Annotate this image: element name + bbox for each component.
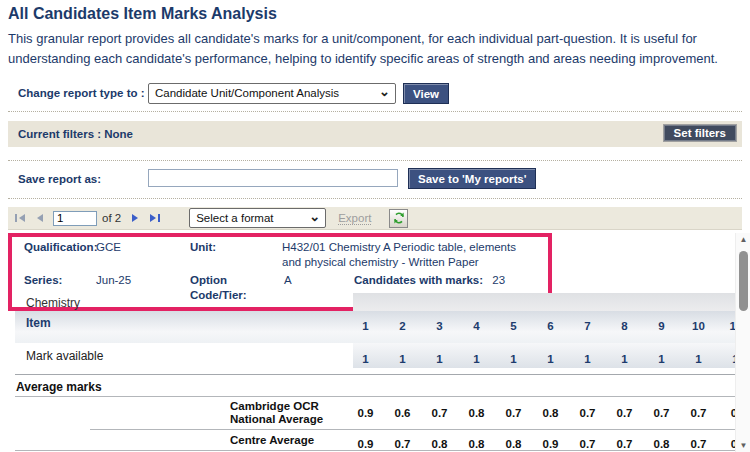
report-type-selected-value: Candidate Unit/Component Analysis: [155, 87, 339, 99]
page-title: All Candidates Item Marks Analysis: [8, 5, 277, 23]
report-info-row: Qualification: GCE Unit: H432/01 Chemist…: [24, 240, 548, 270]
centre-average-cell: 0.8: [458, 438, 495, 450]
scroll-up-icon[interactable]: ▲: [736, 235, 750, 244]
table-divider: [15, 396, 735, 397]
mark-available-cells: 11111111111: [347, 349, 735, 367]
export-format-value: Select a format: [196, 212, 273, 224]
centre-average-cell: 0.9: [532, 438, 569, 450]
report-page: All Candidates Item Marks Analysis This …: [0, 0, 750, 452]
page-number-input[interactable]: [53, 211, 97, 226]
mark-available-cell: 1: [569, 353, 606, 365]
item-number-cell: 4: [458, 320, 495, 332]
item-number-cells: 1234567891011: [347, 316, 735, 334]
item-number-cell: 8: [606, 320, 643, 332]
page-count-label: of 2: [102, 212, 121, 224]
centre-average-cell: 0.9: [347, 438, 384, 450]
unit-label: Unit:: [190, 240, 282, 270]
separator: [8, 111, 742, 112]
unit-value: H432/01 Chemistry A Periodic table, elem…: [282, 240, 534, 270]
report-info-row: Series: Jun-25 Option Code/Tier: A Candi…: [24, 273, 548, 303]
centre-average-cell: 0.7: [569, 438, 606, 450]
chevron-down-icon: ⌄: [309, 209, 320, 224]
previous-page-button[interactable]: [32, 211, 48, 225]
national-average-cell: 0.7: [606, 407, 643, 419]
qualification-value: GCE: [96, 240, 190, 270]
national-average-row-label: Cambridge OCR National Average: [230, 400, 358, 426]
item-number-cell: 6: [532, 320, 569, 332]
current-filters-label: Current filters : None: [18, 128, 133, 140]
save-report-as-label: Save report as:: [18, 173, 101, 185]
separator: [8, 198, 742, 199]
national-average-cells: 0.90.60.70.80.70.80.70.70.70.70.: [347, 403, 735, 421]
mark-available-cell: 1: [421, 353, 458, 365]
view-button[interactable]: View: [403, 83, 449, 104]
scrollbar-thumb[interactable]: [739, 251, 748, 311]
mark-available-cell: 1: [347, 353, 384, 365]
national-average-cell: 0.8: [458, 407, 495, 419]
national-average-cell: 0.7: [495, 407, 532, 419]
centre-average-cell: 0.7: [384, 438, 421, 450]
mark-available-label: Mark available: [26, 349, 103, 363]
item-number-cell: 7: [569, 320, 606, 332]
separator: [8, 160, 742, 161]
centre-average-cell: 0.8: [643, 438, 680, 450]
export-format-select[interactable]: Select a format ⌄: [189, 208, 326, 228]
item-number-cell: 1: [347, 320, 384, 332]
centre-average-cells: 0.90.70.80.80.80.90.70.70.80.70.: [347, 434, 735, 452]
first-page-button[interactable]: [12, 211, 28, 225]
refresh-icon: [393, 212, 405, 224]
qualification-label: Qualification:: [24, 240, 96, 270]
national-average-cell: 0.6: [384, 407, 421, 419]
save-to-my-reports-button[interactable]: Save to 'My reports': [408, 168, 536, 189]
centre-average-cell: 0.: [717, 438, 735, 450]
centre-average-cell: 0.7: [680, 438, 717, 450]
national-average-cell: 0.: [717, 407, 735, 419]
report-type-select[interactable]: Candidate Unit/Component Analysis ⌄: [148, 83, 396, 104]
table-divider: [90, 429, 735, 430]
set-filters-button[interactable]: Set filters: [663, 124, 737, 142]
mark-available-row-background: [353, 343, 735, 368]
report-info-highlight: Qualification: GCE Unit: H432/01 Chemist…: [8, 233, 552, 311]
item-number-cell: 3: [421, 320, 458, 332]
mark-available-cell: 1: [458, 353, 495, 365]
report-toolbar: of 2 Select a format ⌄ Export: [8, 207, 742, 230]
national-average-cell: 0.9: [347, 407, 384, 419]
centre-average-cell: 0.7: [606, 438, 643, 450]
scroll-down-icon[interactable]: ▼: [736, 441, 750, 450]
mark-available-cell: 1: [495, 353, 532, 365]
mark-available-cell: 1: [643, 353, 680, 365]
centre-average-row-label: Centre Average: [230, 434, 314, 446]
national-average-cell: 0.7: [680, 407, 717, 419]
item-number-cell: 10: [680, 320, 717, 332]
change-report-type-label: Change report type to :: [18, 87, 145, 99]
vertical-scrollbar[interactable]: ▲ ▼: [735, 233, 750, 452]
refresh-button[interactable]: [389, 209, 408, 228]
candidates-with-marks-label: Candidates with marks:: [354, 274, 483, 286]
item-number-cell: 9: [643, 320, 680, 332]
item-row-label: Item: [26, 316, 51, 330]
filters-bar: Current filters : None Set filters: [8, 121, 742, 147]
page-description: This granular report provides all candid…: [8, 29, 746, 69]
export-link[interactable]: Export: [338, 212, 371, 225]
option-code-tier-label: Option Code/Tier:: [190, 273, 284, 303]
series-label: Series:: [24, 273, 96, 303]
national-average-cell: 0.7: [421, 407, 458, 419]
mark-available-cell: 1: [717, 353, 735, 365]
item-number-cell: 2: [384, 320, 421, 332]
national-average-cell: 0.7: [643, 407, 680, 419]
mark-available-cell: 1: [606, 353, 643, 365]
option-code-tier-value: A: [284, 273, 354, 303]
mark-available-cell: 1: [680, 353, 717, 365]
item-header-row: [15, 311, 735, 343]
table-divider: [15, 450, 735, 451]
national-average-cell: 0.7: [569, 407, 606, 419]
item-number-cell: 11: [717, 320, 735, 332]
average-marks-section-label: Average marks: [16, 380, 102, 394]
chevron-down-icon: ⌄: [379, 84, 390, 99]
national-average-cell: 0.8: [532, 407, 569, 419]
table-divider: [15, 374, 735, 375]
save-report-name-input[interactable]: [148, 169, 398, 187]
last-page-button[interactable]: [147, 211, 163, 225]
candidates-with-marks-value: 23: [492, 274, 505, 286]
next-page-button[interactable]: [127, 211, 143, 225]
